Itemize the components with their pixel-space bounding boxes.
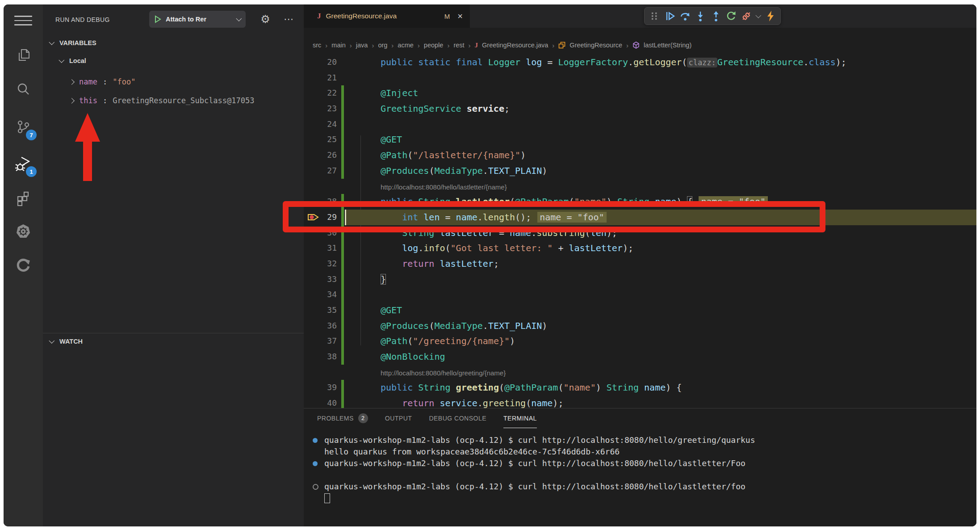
breakpoint-gutter — [304, 287, 324, 303]
breadcrumb-item[interactable]: acme — [398, 42, 413, 49]
line-highlight: @Path("/lastletter/{name}") — [345, 147, 976, 163]
code-token: public static final — [381, 57, 488, 67]
code-line[interactable]: 26@Path("/lastletter/{name}") — [304, 147, 976, 163]
watch-section-header[interactable]: WATCH — [50, 338, 83, 345]
code-line[interactable]: 35@GET — [304, 303, 976, 318]
codelens-line[interactable]: http://localhost:8080/hello/greeting/{na… — [304, 365, 976, 380]
code-line[interactable]: 23GreetingService service; — [304, 101, 976, 117]
line-number: 31 — [324, 240, 337, 256]
gear-icon[interactable]: ⚙ — [256, 11, 274, 28]
code-line[interactable]: 28public String lastLetter(@PathParam("n… — [304, 194, 976, 210]
line-content — [345, 117, 976, 132]
code-token: ); — [553, 398, 563, 408]
line-highlight: return lastLetter; — [345, 256, 976, 272]
code-line[interactable]: 22@Inject — [304, 85, 976, 101]
code-line[interactable]: 29 int len = name.length();name = "foo" — [304, 210, 976, 225]
code-line[interactable]: 38@NonBlocking — [304, 349, 976, 365]
code-line[interactable]: 34 — [304, 287, 976, 303]
line-number: 30 — [324, 225, 337, 241]
breadcrumb-item[interactable]: java — [356, 42, 368, 49]
code-line[interactable]: 36@Produces(MediaType.TEXT_PLAIN) — [304, 318, 976, 334]
panel-tab-problems[interactable]: PROBLEMS2 — [317, 408, 368, 428]
search-icon[interactable] — [4, 73, 43, 105]
breakpoint-gutter — [304, 132, 324, 147]
launch-config-button[interactable]: Attach to Rer — [149, 11, 246, 28]
step-over-icon[interactable] — [678, 9, 692, 23]
kubernetes-icon[interactable] — [4, 215, 43, 248]
code-token: String — [418, 196, 456, 207]
code-line[interactable]: 27@Produces(MediaType.TEXT_PLAIN) — [304, 163, 976, 179]
disconnect-icon[interactable] — [739, 9, 754, 23]
breadcrumb-item[interactable]: org — [378, 42, 387, 49]
code-line[interactable]: 20public static final Logger log = Logge… — [304, 55, 976, 70]
code-token: ( — [407, 150, 413, 160]
line-number: 23 — [324, 101, 337, 117]
variables-section-header[interactable]: VARIABLES — [50, 39, 96, 46]
code-token: = — [499, 227, 510, 238]
breadcrumb-item[interactable]: rest — [453, 42, 464, 49]
code-token: return — [381, 258, 440, 269]
code-line[interactable]: 25@GET — [304, 132, 976, 147]
code-line[interactable]: 32 return lastLetter; — [304, 256, 976, 272]
breadcrumb-class[interactable]: GreetingResource — [570, 42, 622, 49]
variable-row[interactable]: this:GreetingResource_Subclass@17053 — [70, 94, 254, 107]
problems-badge: 2 — [358, 413, 368, 423]
codelens-url[interactable]: http://localhost:8080/hello/lastletter/{… — [381, 183, 507, 191]
line-content: @Path("/lastletter/{name}") — [345, 147, 976, 163]
terminal-cursor-line — [313, 492, 976, 504]
line-number: 36 — [324, 318, 337, 334]
breakpoint-gutter — [304, 349, 324, 365]
code-line[interactable]: 30 String lastLetter = name.substring(le… — [304, 225, 976, 241]
breadcrumb-method[interactable]: lastLetter(String) — [644, 42, 691, 49]
hot-code-replace-icon[interactable] — [763, 9, 778, 23]
panel-tab-terminal[interactable]: TERMINAL — [503, 408, 537, 428]
more-actions-icon[interactable]: ⋯ — [280, 11, 297, 28]
close-icon[interactable]: × — [457, 11, 463, 21]
terminal[interactable]: quarkus-workshop-m1m2-labs (ocp-4.12) $ … — [304, 428, 976, 526]
code-line[interactable]: 31 log.info("Got last letter: " + lastLe… — [304, 240, 976, 256]
menu-icon[interactable] — [14, 13, 32, 28]
code-line[interactable]: 40 return service.greeting(name); — [304, 395, 976, 408]
section-divider — [43, 333, 304, 333]
source-control-icon[interactable]: 7 — [4, 111, 43, 143]
code-line[interactable]: 37@Path("/greeting/{name}") — [304, 333, 976, 349]
step-out-icon[interactable] — [708, 9, 723, 23]
chevron-down-icon[interactable] — [755, 9, 762, 23]
drag-handle-icon[interactable] — [647, 9, 662, 23]
code-token: public — [381, 382, 418, 393]
run-and-debug-icon[interactable]: 1 — [4, 147, 43, 180]
code-token: MediaType — [434, 320, 482, 331]
scm-badge: 7 — [26, 130, 37, 140]
codelens-line[interactable]: http://localhost:8080/hello/lastletter/{… — [304, 179, 976, 194]
tab-greetingresource[interactable]: J GreetingResource.java M × — [304, 4, 470, 28]
panel-tab-debug-console[interactable]: DEBUG CONSOLE — [429, 408, 486, 428]
scope-local-row[interactable]: Local — [60, 57, 86, 64]
chevron-down-icon — [59, 57, 64, 63]
code-line[interactable]: 24 — [304, 117, 976, 132]
code-editor[interactable]: 20public static final Logger log = Logge… — [304, 55, 976, 408]
breakpoint-gutter — [304, 55, 324, 70]
variable-row[interactable]: name:"foo" — [70, 75, 135, 88]
breadcrumb-item[interactable]: src — [313, 42, 321, 49]
step-into-icon[interactable] — [693, 9, 708, 23]
restart-icon[interactable] — [724, 9, 738, 23]
extensions-icon[interactable] — [4, 182, 43, 215]
breadcrumb-file[interactable]: GreetingResource.java — [482, 42, 548, 49]
terminal-cursor — [324, 493, 330, 503]
panel-tab-output[interactable]: OUTPUT — [385, 408, 412, 428]
line-content: http://localhost:8080/hello/lastletter/{… — [345, 179, 976, 194]
code-token: MediaType — [434, 165, 482, 176]
current-frame-icon[interactable] — [304, 210, 324, 225]
explorer-icon[interactable] — [4, 39, 43, 72]
terminal-text: quarkus-workshop-m1m2-labs (ocp-4.12) $ … — [324, 481, 745, 492]
breadcrumb-item[interactable]: main — [331, 42, 345, 49]
continue-icon[interactable] — [662, 9, 677, 23]
gutter-change-bar — [337, 55, 345, 70]
codelens-url[interactable]: http://localhost:8080/hello/greeting/{na… — [381, 369, 506, 377]
code-line[interactable]: 21 — [304, 70, 976, 86]
code-line[interactable]: 39public String greeting(@PathParam("nam… — [304, 380, 976, 395]
panel-tabs: PROBLEMS2OUTPUTDEBUG CONSOLETERMINAL — [304, 408, 976, 428]
breadcrumb-item[interactable]: people — [424, 42, 444, 49]
openshift-icon[interactable] — [4, 249, 43, 282]
code-line[interactable]: 33} — [304, 272, 976, 287]
